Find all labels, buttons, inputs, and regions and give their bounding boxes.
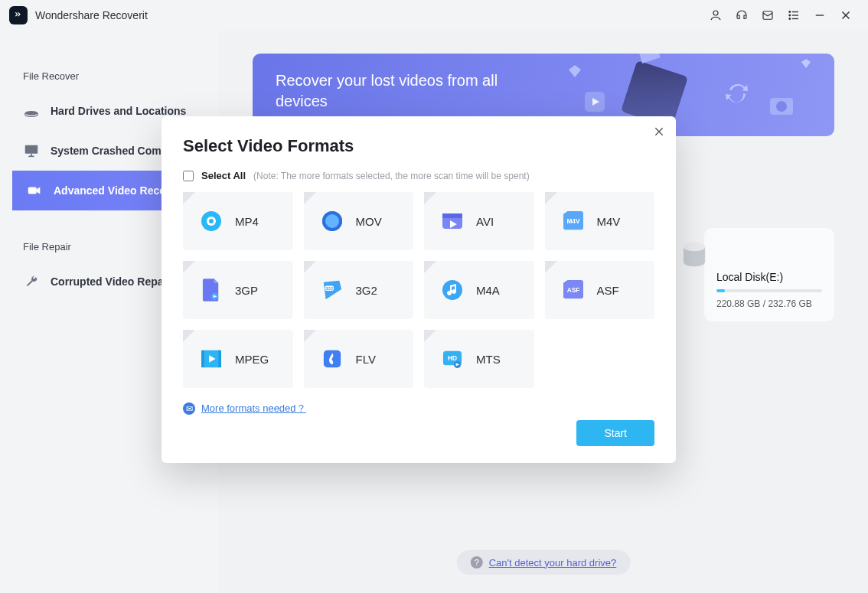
mov-icon <box>321 210 344 233</box>
modal-overlay: Select Video Formats Select All (Note: T… <box>0 0 868 593</box>
m4v-icon: M4V <box>562 210 585 233</box>
format-label: MOV <box>356 215 382 228</box>
svg-text:3G2: 3G2 <box>325 286 333 291</box>
flv-icon <box>321 347 344 370</box>
format-asf[interactable]: ASF ASF <box>545 261 655 319</box>
format-3gp[interactable]: 3GP <box>183 261 293 319</box>
chat-bubble-icon: ✉ <box>183 402 195 415</box>
svg-marker-33 <box>214 279 219 283</box>
mpeg-icon <box>200 347 223 370</box>
asf-icon: ASF <box>562 279 585 301</box>
format-m4a[interactable]: M4A <box>424 261 534 319</box>
select-all-note: (Note: The more formats selected, the mo… <box>253 171 530 181</box>
select-all-label: Select All <box>201 170 246 181</box>
threegp-icon <box>200 279 223 301</box>
mts-icon: HD <box>441 347 464 370</box>
format-m4v[interactable]: M4V M4V <box>545 192 655 250</box>
format-label: M4A <box>476 284 500 297</box>
format-grid: MP4 MOV AVI <box>183 192 654 388</box>
format-label: AVI <box>476 215 494 228</box>
more-formats-row[interactable]: ✉ More formats needed？ <box>183 402 654 415</box>
mp4-icon <box>200 210 223 233</box>
threeg2-icon: 3G2 <box>321 279 344 301</box>
svg-text:HD: HD <box>448 354 457 362</box>
select-all-row[interactable]: Select All (Note: The more formats selec… <box>183 170 654 181</box>
svg-text:ASF: ASF <box>566 286 579 294</box>
start-button[interactable]: Start <box>576 420 654 446</box>
format-mts[interactable]: HD MTS <box>424 330 534 388</box>
select-all-checkbox[interactable] <box>183 171 194 181</box>
format-mov[interactable]: MOV <box>304 192 414 250</box>
avi-icon <box>441 210 464 233</box>
format-mp4[interactable]: MP4 <box>183 192 293 250</box>
format-avi[interactable]: AVI <box>424 192 534 250</box>
m4a-icon <box>441 279 464 301</box>
format-label: M4V <box>597 215 621 228</box>
format-label: 3G2 <box>356 284 377 297</box>
svg-point-26 <box>209 219 214 223</box>
svg-text:M4V: M4V <box>566 217 580 225</box>
modal-title: Select Video Formats <box>183 136 654 156</box>
format-label: MP4 <box>235 215 259 228</box>
app-window: Wondershare Recoverit File Recover <box>0 0 868 593</box>
format-flv[interactable]: FLV <box>304 330 414 388</box>
format-label: FLV <box>356 353 376 366</box>
format-label: ASF <box>597 284 619 297</box>
format-label: MTS <box>476 353 501 366</box>
modal-close-button[interactable] <box>653 125 665 141</box>
svg-rect-42 <box>218 350 221 367</box>
format-3g2[interactable]: 3G2 3G2 <box>304 261 414 319</box>
svg-rect-30 <box>442 213 462 218</box>
format-label: MPEG <box>235 353 269 366</box>
format-label: 3GP <box>235 284 258 297</box>
format-mpeg[interactable]: MPEG <box>183 330 293 388</box>
svg-point-28 <box>325 214 339 228</box>
select-video-formats-modal: Select Video Formats Select All (Note: T… <box>162 116 676 463</box>
svg-rect-41 <box>201 350 204 367</box>
svg-rect-44 <box>323 350 340 367</box>
more-formats-link[interactable]: More formats needed？ <box>201 402 306 415</box>
